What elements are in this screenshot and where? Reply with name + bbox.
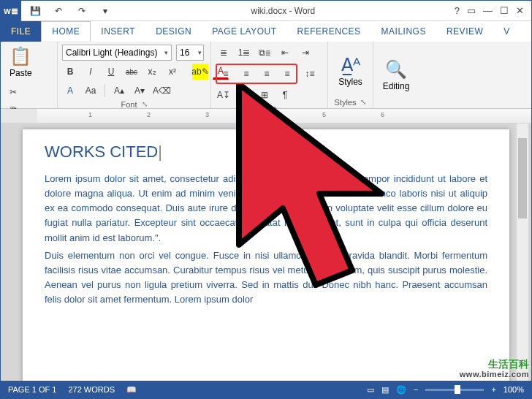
grow-font-button[interactable]: A▴ bbox=[111, 83, 127, 99]
multilevel-list-button[interactable]: ⧉≣ bbox=[256, 45, 273, 61]
zoom-out-button[interactable]: − bbox=[414, 385, 418, 394]
app-icon: w≣ bbox=[1, 1, 21, 21]
styles-dialog-launcher[interactable]: ⤡ bbox=[360, 98, 366, 107]
ribbon: 📋 Paste ✂ ⧉ 🖌 Clipboard⤡ ▾ bbox=[1, 42, 531, 109]
watermark: 生活百科 www.bimeiz.com bbox=[460, 359, 529, 379]
read-mode-button[interactable]: ▭ bbox=[367, 385, 374, 395]
tab-view[interactable]: V bbox=[493, 21, 520, 42]
paste-icon: 📋 bbox=[10, 46, 31, 66]
ribbon-tabs: FILE HOME INSERT DESIGN PAGE LAYOUT REFE… bbox=[1, 21, 531, 42]
minimize-button[interactable]: — bbox=[483, 5, 493, 16]
zoom-level[interactable]: 100% bbox=[503, 385, 524, 394]
group-styles: A̲ᴬ Styles Styles⤡ bbox=[328, 42, 373, 108]
font-size-combo[interactable]: ▾ bbox=[176, 45, 204, 61]
bold-button[interactable]: B bbox=[62, 64, 78, 80]
ruler-mark: 1 bbox=[88, 111, 92, 118]
zoom-in-button[interactable]: + bbox=[491, 385, 495, 394]
document-paragraph[interactable]: Lorem ipsum dolor sit amet, consectetur … bbox=[45, 172, 487, 246]
change-case-button[interactable]: Aa bbox=[83, 83, 99, 99]
chevron-down-icon[interactable]: ▾ bbox=[197, 49, 203, 56]
font-dialog-launcher[interactable]: ⤡ bbox=[142, 100, 148, 109]
group-clipboard: 📋 Paste ✂ ⧉ 🖌 Clipboard⤡ bbox=[1, 42, 58, 108]
group-font: ▾ ▾ B I U abc x₂ x² ab✎ A bbox=[58, 42, 211, 108]
decrease-indent-button[interactable]: ⇤ bbox=[277, 45, 293, 61]
shading-button[interactable]: ◧ bbox=[236, 87, 252, 103]
superscript-button[interactable]: x² bbox=[164, 64, 180, 80]
align-right-button[interactable]: ≡ bbox=[259, 66, 275, 82]
group-paragraph: ≣ 1≣ ⧉≣ ⇤ ⇥ ≡ ≡ ≡ ≡ ↕≡ A↧ bbox=[211, 42, 328, 108]
cut-button[interactable]: ✂ bbox=[5, 84, 21, 100]
separator bbox=[104, 84, 105, 97]
font-name-input[interactable] bbox=[63, 48, 162, 58]
ruler-mark: 3 bbox=[205, 111, 209, 118]
tab-page-layout[interactable]: PAGE LAYOUT bbox=[202, 21, 286, 42]
page-count[interactable]: PAGE 1 OF 1 bbox=[8, 385, 56, 394]
italic-button[interactable]: I bbox=[83, 64, 99, 80]
borders-button[interactable]: ⊞ bbox=[256, 87, 273, 103]
scrollbar-thumb[interactable] bbox=[518, 138, 527, 218]
sort-button[interactable]: A↧ bbox=[216, 87, 232, 103]
editing-button[interactable]: 🔍 Editing bbox=[379, 58, 414, 93]
quick-access-toolbar: 💾 ↶ ↷ ▾ bbox=[21, 3, 119, 19]
ruler-mark: 4 bbox=[264, 111, 267, 118]
align-center-button[interactable]: ≡ bbox=[238, 66, 254, 82]
close-button[interactable]: ✕ bbox=[516, 5, 524, 16]
ruler-mark: 6 bbox=[381, 111, 384, 118]
tab-mailings[interactable]: MAILINGS bbox=[371, 21, 436, 42]
styles-button[interactable]: A̲ᴬ Styles bbox=[334, 53, 367, 88]
tab-file[interactable]: FILE bbox=[1, 21, 41, 42]
page[interactable]: WORKS CITED Lorem ipsum dolor sit amet, … bbox=[23, 129, 509, 381]
tab-review[interactable]: REVIEW bbox=[436, 21, 493, 42]
document-paragraph[interactable]: Duis elementum non orci vel congue. Fusc… bbox=[45, 248, 487, 308]
ruler-gutter bbox=[1, 109, 37, 123]
editing-label: Editing bbox=[383, 81, 410, 91]
tab-insert[interactable]: INSERT bbox=[91, 21, 145, 42]
styles-icon: A̲ᴬ bbox=[341, 55, 360, 75]
subscript-button[interactable]: x₂ bbox=[144, 64, 160, 80]
font-group-label: Font bbox=[121, 100, 137, 109]
word-count[interactable]: 272 WORDS bbox=[68, 385, 115, 394]
clear-formatting-button[interactable]: A⌫ bbox=[152, 83, 172, 99]
qat-undo-button[interactable]: ↶ bbox=[50, 3, 66, 19]
watermark-text: 生活百科 bbox=[460, 359, 529, 370]
text-effects-button[interactable]: A bbox=[62, 83, 78, 99]
vertical-scrollbar[interactable] bbox=[517, 123, 528, 381]
show-marks-button[interactable]: ¶ bbox=[277, 87, 293, 103]
status-bar: PAGE 1 OF 1 272 WORDS 📖 ▭ ▤ 🌐 − + 100% bbox=[1, 381, 531, 398]
line-spacing-button[interactable]: ↕≡ bbox=[302, 66, 318, 82]
zoom-slider[interactable] bbox=[425, 389, 484, 391]
maximize-button[interactable]: ☐ bbox=[500, 5, 509, 16]
ribbon-display-options[interactable]: ▭ bbox=[467, 5, 476, 16]
underline-button[interactable]: U bbox=[103, 64, 119, 80]
qat-save-button[interactable]: 💾 bbox=[27, 3, 43, 19]
shrink-font-button[interactable]: A▾ bbox=[132, 83, 148, 99]
document-area[interactable]: WORKS CITED Lorem ipsum dolor sit amet, … bbox=[1, 123, 531, 381]
tab-design[interactable]: DESIGN bbox=[145, 21, 202, 42]
qat-redo-button[interactable]: ↷ bbox=[74, 3, 90, 19]
highlight-button[interactable]: ab✎ bbox=[192, 64, 208, 80]
chevron-down-icon[interactable]: ▾ bbox=[162, 49, 171, 56]
tab-home[interactable]: HOME bbox=[41, 21, 91, 42]
tab-references[interactable]: REFERENCES bbox=[287, 21, 371, 42]
proofing-icon[interactable]: 📖 bbox=[126, 385, 137, 395]
increase-indent-button[interactable]: ⇥ bbox=[297, 45, 314, 61]
document-heading[interactable]: WORKS CITED bbox=[45, 142, 487, 162]
ruler[interactable]: 1 2 3 4 5 6 bbox=[1, 109, 531, 123]
font-size-input[interactable] bbox=[177, 48, 197, 58]
title-bar: w≣ 💾 ↶ ↷ ▾ wiki.docx - Word ? ▭ — ☐ ✕ bbox=[1, 1, 531, 21]
strikethrough-button[interactable]: abc bbox=[123, 64, 140, 80]
align-left-button[interactable]: ≡ bbox=[218, 66, 234, 82]
web-layout-button[interactable]: 🌐 bbox=[396, 385, 406, 395]
print-layout-button[interactable]: ▤ bbox=[381, 385, 389, 395]
qat-customize-dropdown[interactable]: ▾ bbox=[97, 3, 113, 19]
paste-label: Paste bbox=[10, 68, 32, 78]
numbering-button[interactable]: 1≣ bbox=[236, 45, 252, 61]
font-name-combo[interactable]: ▾ bbox=[62, 45, 172, 61]
ruler-mark: 2 bbox=[147, 111, 151, 118]
help-button[interactable]: ? bbox=[455, 5, 460, 16]
bullets-button[interactable]: ≣ bbox=[216, 45, 232, 61]
paste-button[interactable]: 📋 Paste bbox=[5, 45, 37, 80]
horizontal-ruler[interactable]: 1 2 3 4 5 6 bbox=[37, 109, 531, 123]
ruler-mark: 5 bbox=[322, 111, 326, 118]
justify-button[interactable]: ≡ bbox=[279, 66, 295, 82]
